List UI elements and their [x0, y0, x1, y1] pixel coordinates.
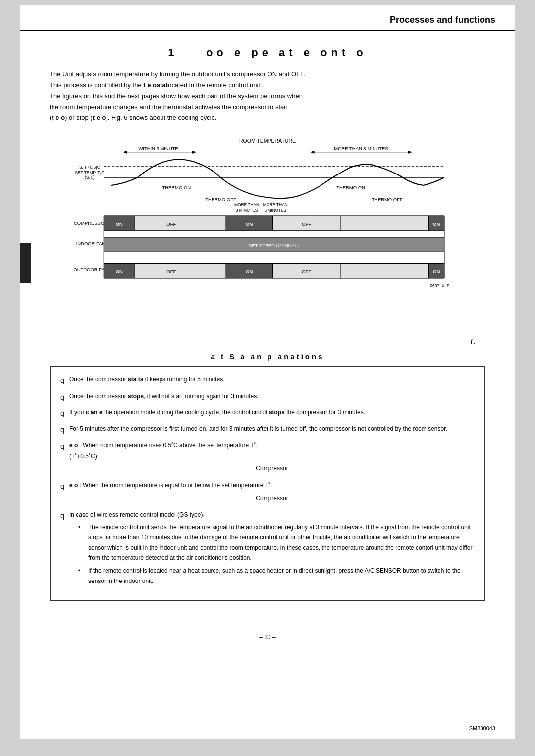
diagram-svg: ROOM TEMPERATURE WITHIN 3 MINUTE MORE TH… [59, 133, 476, 331]
sub-bullet-1: The remote control unit sends the temper… [78, 523, 475, 563]
bullet-2: q [60, 391, 69, 404]
svg-text:THERMO ON: THERMO ON [162, 185, 191, 191]
fig-caption: i . [50, 338, 476, 345]
svg-text:ROOM TEMPERATURE: ROOM TEMPERATURE [239, 138, 296, 144]
intro-line3: The figures on this and the next pages s… [50, 91, 485, 102]
notes-title: a t S a an p anations [50, 352, 485, 361]
bullet-1: q [60, 374, 69, 387]
bullet-7: q [60, 510, 69, 522]
svg-text:3 MINUTES: 3 MINUTES [236, 208, 258, 213]
svg-text:OFF: OFF [302, 221, 311, 227]
svg-text:SET TEMP. T¡C: SET TEMP. T¡C [75, 170, 104, 175]
notes-list: q Once the compressor sta ts it keeps ru… [60, 374, 475, 589]
svg-text:MORE THAN: MORE THAN [234, 202, 259, 207]
left-tab [20, 243, 31, 283]
note-item-1: q Once the compressor sta ts it keeps ru… [60, 374, 475, 387]
svg-rect-0 [59, 133, 476, 331]
note-text-1: Once the compressor sta ts it keeps runn… [69, 374, 475, 385]
intro-line4: the room temperature changes and the the… [50, 102, 485, 113]
svg-text:WITHIN 3 MINUTE: WITHIN 3 MINUTE [138, 146, 178, 151]
sub-bullet-list: The remote control unit sends the temper… [78, 523, 475, 586]
notes-box: q Once the compressor sta ts it keeps ru… [50, 366, 485, 601]
note-text-4: For 5 minutes after the compressor is fi… [69, 424, 475, 435]
sub-bullet-2: If the remote control is located near a … [78, 566, 475, 586]
sm-ref: SM830043 [469, 725, 495, 731]
note-text-3: If you c an e the operation mode during … [69, 407, 475, 418]
svg-text:ON: ON [246, 221, 253, 227]
svg-text:THERMO OFF: THERMO OFF [205, 197, 236, 202]
svg-text:ON: ON [433, 269, 440, 275]
svg-text:COMPRESSOR: COMPRESSOR [74, 220, 107, 226]
intro-line2: This process is controlled by the t e os… [50, 80, 485, 91]
svg-text:OUTDOOR FAN: OUTDOOR FAN [73, 267, 107, 273]
svg-text:0607_X_S: 0607_X_S [430, 283, 450, 288]
bullet-6: q [60, 480, 69, 493]
svg-text:5 MINUTES: 5 MINUTES [264, 208, 286, 213]
diagram-container: ROOM TEMPERATURE WITHIN 3 MINUTE MORE TH… [59, 133, 476, 333]
bullet-3: q [60, 407, 69, 420]
svg-text:ON: ON [433, 221, 440, 227]
page-number: – 30 – [259, 634, 275, 640]
header: Processes and functions [20, 5, 515, 31]
svg-text:THERMO OFF: THERMO OFF [372, 197, 403, 202]
note-text-2: Once the compressor stops, it will not s… [69, 391, 475, 402]
svg-text:OFF: OFF [166, 221, 176, 227]
compressor-label-1: Compressor [69, 464, 475, 474]
svg-text:ON: ON [116, 221, 123, 227]
svg-text:OFF: OFF [166, 269, 176, 275]
intro-paragraph: The Unit adjusts room temperature by tur… [50, 69, 485, 123]
page: Processes and functions 1 oo e pe at e o… [20, 5, 515, 739]
note-text-5: e o When room temperature rises 0.5˚C ab… [69, 440, 475, 476]
svg-rect-42 [104, 264, 444, 278]
note-item-7: q In case of wireless remote control mod… [60, 510, 475, 589]
svg-text:(S.T.): (S.T.) [85, 175, 95, 180]
note-item-2: q Once the compressor stops, it will not… [60, 391, 475, 404]
svg-text:MORE THAN: MORE THAN [263, 202, 288, 207]
note-item-6: q e o : When the room temperature is equ… [60, 480, 475, 506]
note-item-4: q For 5 minutes after the compressor is … [60, 424, 475, 436]
note-text-7: In case of wireless remote control model… [69, 510, 475, 589]
svg-text:SET  SPEED  (MANUAL): SET SPEED (MANUAL) [249, 243, 299, 248]
svg-text:S. T.+0.5¡C: S. T.+0.5¡C [79, 165, 100, 170]
svg-text:MORE THAN 3 MINUTES: MORE THAN 3 MINUTES [334, 146, 388, 151]
svg-rect-24 [104, 216, 444, 230]
section-title: 1 oo e pe at e ont o [50, 46, 485, 59]
note-text-6: e o : When the room temperature is equal… [69, 480, 475, 506]
notes-section: a t S a an p anations q Once the compres… [50, 352, 485, 601]
note-item-3: q If you c an e the operation mode durin… [60, 407, 475, 420]
svg-text:INDOOR FAN: INDOOR FAN [76, 241, 106, 246]
svg-text:ON: ON [116, 269, 123, 275]
compressor-label-2: Compressor [69, 493, 475, 504]
intro-line1: The Unit adjusts room temperature by tur… [50, 69, 485, 80]
bullet-4: q [60, 424, 69, 436]
footer: – 30 – [20, 634, 515, 645]
svg-text:OFF: OFF [302, 269, 311, 275]
intro-line5: (t e o) or stop (t e o). Fig. 6 shows ab… [50, 113, 485, 123]
svg-text:ON: ON [246, 269, 253, 275]
note-item-5: q e o When room temperature rises 0.5˚C … [60, 440, 475, 476]
content-area: 1 oo e pe at e ont o The Unit adjusts ro… [20, 31, 515, 624]
svg-text:THERMO ON: THERMO ON [336, 185, 365, 191]
page-title: Processes and functions [390, 15, 495, 25]
bullet-5: q [60, 440, 69, 453]
